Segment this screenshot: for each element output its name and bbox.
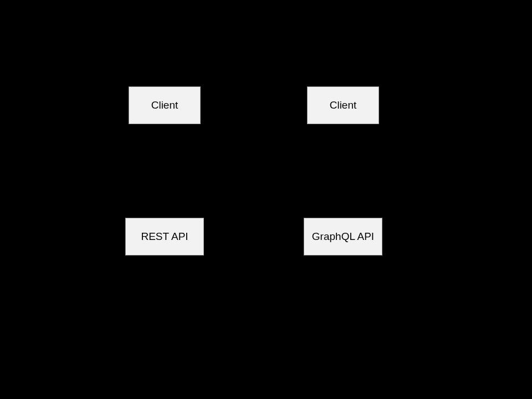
client-box-right: Client [307, 86, 379, 124]
client-left-label: Client [151, 99, 178, 111]
rest-api-box: REST API [125, 218, 204, 255]
client-right-label: Client [330, 99, 357, 111]
graphql-api-label: GraphQL API [312, 231, 374, 243]
client-box-left: Client [129, 86, 201, 124]
graphql-api-box: GraphQL API [304, 218, 382, 255]
rest-api-label: REST API [141, 231, 188, 243]
